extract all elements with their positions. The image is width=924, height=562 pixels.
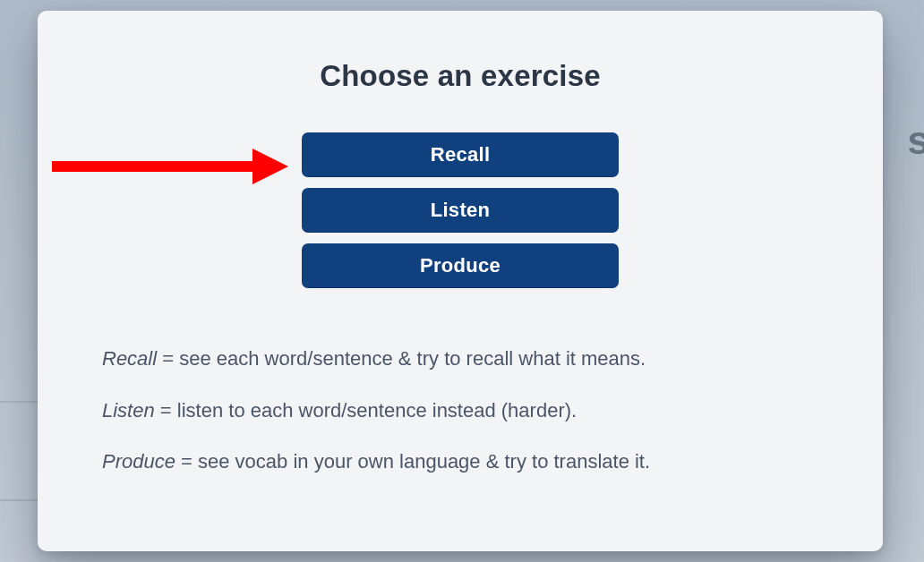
exercise-descriptions: Recall = see each word/sentence & try to…	[102, 345, 883, 475]
recall-description-eq: =	[157, 347, 179, 370]
listen-description-term: Listen	[102, 399, 155, 422]
listen-button[interactable]: Listen	[302, 188, 619, 233]
produce-description-term: Produce	[102, 450, 175, 473]
recall-description: Recall = see each word/sentence & try to…	[102, 345, 883, 372]
modal-title: Choose an exercise	[38, 59, 883, 93]
exercise-chooser-modal: Choose an exercise Recall Listen Produce…	[38, 11, 883, 551]
recall-description-term: Recall	[102, 347, 157, 370]
exercise-button-group: Recall Listen Produce	[302, 132, 619, 288]
listen-description: Listen = listen to each word/sentence in…	[102, 397, 883, 424]
recall-button[interactable]: Recall	[302, 132, 619, 177]
background-text-glimpse: s	[908, 118, 924, 163]
produce-description-eq: =	[175, 450, 198, 473]
produce-button[interactable]: Produce	[302, 243, 619, 288]
recall-description-text: see each word/sentence & try to recall w…	[179, 347, 646, 370]
listen-description-text: listen to each word/sentence instead (ha…	[177, 399, 577, 422]
app-background: s Choose an exercise Recall Listen Produ…	[0, 0, 924, 562]
background-divider	[0, 499, 38, 501]
produce-description-text: see vocab in your own language & try to …	[198, 450, 650, 473]
background-divider	[0, 401, 38, 403]
produce-description: Produce = see vocab in your own language…	[102, 448, 883, 475]
listen-description-eq: =	[155, 399, 177, 422]
